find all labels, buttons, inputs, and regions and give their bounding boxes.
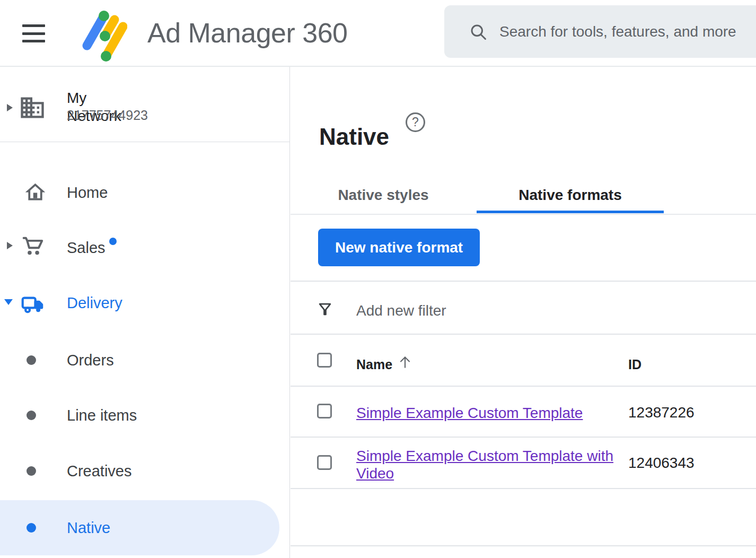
sidebar-divider: [0, 142, 290, 142]
network-id: 21775744923: [67, 107, 148, 123]
row1-name-link[interactable]: Simple Example Custom Template: [356, 404, 583, 422]
column-header-name[interactable]: Name: [356, 357, 392, 372]
filter-placeholder: Add new filter: [356, 302, 446, 319]
sales-expand-icon: [7, 242, 13, 249]
sidebar-item-sales-label: Sales: [67, 240, 106, 256]
ad-manager-app: { "topbar": { "app_title": "Ad Manager 3…: [0, 0, 756, 558]
sidebar-item-line-items-label: Line items: [67, 407, 137, 424]
tabs-divider: [291, 214, 756, 215]
row2-checkbox[interactable]: [317, 455, 332, 470]
row2-divider: [291, 488, 756, 489]
ad-manager-logo[interactable]: [78, 5, 127, 62]
row1-checkbox[interactable]: [317, 404, 332, 419]
select-all-checkbox[interactable]: [317, 353, 332, 368]
column-header-id[interactable]: ID: [628, 357, 641, 372]
topbar: Ad Manager 360 Search for tools, feature…: [0, 0, 756, 67]
main-content: Native ? Native styles Native formats Ne…: [291, 67, 756, 558]
sidebar-item-native-label: Native: [67, 520, 110, 536]
row2-id: 12406343: [628, 455, 695, 472]
tab-native-formats[interactable]: Native formats: [477, 187, 664, 204]
sidebar-item-creatives-label: Creatives: [67, 463, 132, 479]
tab-native-styles[interactable]: Native styles: [322, 187, 444, 204]
filter-funnel-icon: [316, 300, 334, 318]
filter-row-top-divider: [291, 281, 756, 282]
line-items-bullet-icon: [27, 411, 36, 420]
help-icon[interactable]: ?: [406, 112, 425, 132]
ad-manager-logo-icon: [78, 5, 127, 62]
sidebar-item-delivery-label: Delivery: [67, 295, 122, 311]
search-icon: [469, 22, 488, 41]
sort-ascending-icon[interactable]: [397, 353, 414, 370]
cart-icon: [20, 234, 47, 261]
orders-bullet-icon: [27, 355, 36, 365]
sidebar-item-native[interactable]: Native: [0, 500, 279, 555]
page-title: Native: [319, 124, 389, 150]
row2-name-link[interactable]: Simple Example Custom Template with Vide…: [356, 447, 629, 482]
native-bullet-icon: [27, 523, 36, 533]
search-bar[interactable]: Search for tools, features, and more: [444, 5, 756, 58]
menu-icon[interactable]: [22, 24, 45, 42]
table-top-divider: [291, 334, 756, 335]
creatives-bullet-icon: [27, 466, 36, 476]
table-bottom-divider: [291, 545, 756, 546]
sidebar: My Network 21775744923 Home Sales Delive…: [0, 67, 290, 558]
truck-icon: [19, 291, 47, 317]
network-expand-icon: [7, 104, 13, 111]
header-row-divider: [291, 386, 756, 387]
delivery-collapse-icon: [4, 299, 13, 305]
row1-id: 12387226: [628, 404, 695, 421]
home-icon: [23, 180, 47, 204]
sidebar-item-orders-label: Orders: [67, 352, 114, 369]
network-building-icon: [19, 93, 46, 122]
sidebar-item-home-label: Home: [67, 185, 108, 201]
row1-divider: [291, 437, 756, 438]
new-native-format-button[interactable]: New native format: [318, 229, 480, 266]
sales-notification-dot: [109, 238, 117, 245]
active-tab-underline: [477, 211, 664, 213]
search-placeholder: Search for tools, features, and more: [499, 23, 736, 40]
app-title: Ad Manager 360: [147, 0, 348, 66]
